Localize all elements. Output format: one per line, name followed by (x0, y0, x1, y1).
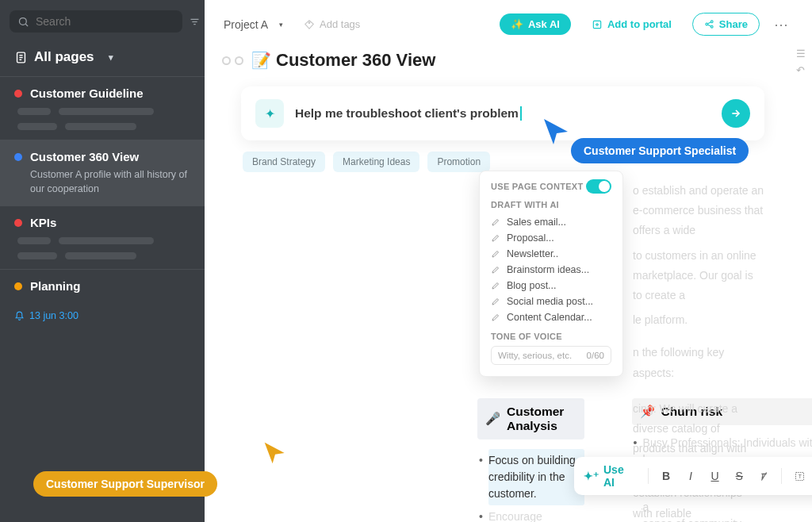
chip[interactable]: Marketing Ideas (333, 152, 419, 172)
caret-down-icon: ▾ (279, 21, 283, 29)
sidebar-item-kpis[interactable]: KPIs (0, 205, 205, 269)
chip[interactable]: Brand Strategy (243, 152, 325, 172)
skeleton-row (17, 252, 190, 259)
page-emoji: 📝 (251, 51, 271, 70)
sparkle-icon: ✨ (511, 18, 523, 30)
page-status-toggles[interactable] (222, 56, 243, 65)
chevron-down-icon: ▾ (109, 52, 113, 63)
tag-icon (304, 19, 315, 30)
sidebar-item-planning[interactable]: Planning (0, 269, 205, 302)
sidebar-item-customer-guideline[interactable]: Customer Guideline (0, 76, 205, 140)
svg-line-17 (707, 25, 710, 26)
add-to-portal-label: Add to portal (607, 18, 672, 30)
use-ai-button[interactable]: ✦⁺ Use AI (584, 463, 635, 489)
inline-toolbar: ✦⁺ Use AI B I U S T (574, 457, 812, 495)
reminder-date[interactable]: 13 jun 3:00 (0, 302, 205, 332)
status-dot (14, 153, 22, 161)
sidebar-item-label: Customer Guideline (30, 86, 144, 100)
bold-button[interactable]: B (657, 466, 676, 486)
svg-line-16 (707, 22, 710, 24)
add-tags-button[interactable]: Add tags (304, 18, 360, 30)
underline-button[interactable]: U (705, 466, 725, 486)
sidebar-item-label: Planning (30, 279, 80, 293)
clear-format-button[interactable] (754, 466, 774, 486)
ask-ai-button[interactable]: ✨ Ask AI (500, 13, 571, 35)
draft-option[interactable]: Content Calendar... (491, 309, 611, 325)
tone-placeholder: Witty, serious, etc. (498, 351, 572, 360)
add-to-portal-button[interactable]: Add to portal (580, 13, 683, 35)
add-tags-label: Add tags (320, 18, 360, 30)
magic-wand-icon: ✦ (255, 99, 284, 128)
status-dot (14, 282, 22, 290)
page-title-text: Customer 360 View (276, 50, 435, 71)
draft-option[interactable]: Blog post... (491, 278, 611, 294)
page-title: 📝 Customer 360 View (251, 50, 435, 71)
cursor-arrow-icon (542, 117, 571, 146)
sparkle-icon: ✦⁺ (584, 470, 599, 482)
textblock-button[interactable]: T (790, 466, 810, 486)
reminder-date-label: 13 jun 3:00 (29, 310, 79, 321)
share-icon (704, 19, 714, 29)
svg-line-1 (25, 24, 28, 26)
side-tools: ☰ ↶ (796, 48, 806, 76)
arrow-right-icon (730, 107, 742, 120)
share-button[interactable]: Share (692, 13, 760, 36)
svg-text:T: T (799, 474, 802, 479)
search-icon (17, 16, 29, 28)
sidebar-item-label: KPIs (30, 216, 56, 229)
draft-option[interactable]: Sales email... (491, 214, 611, 230)
draft-with-header: DRAFT WITH AI (491, 200, 611, 209)
use-context-label: USE PAGE CONTEXT (491, 182, 583, 191)
sidebar-item-customer-360[interactable]: Customer 360 View Customer A profile wit… (0, 140, 205, 205)
pages-icon (14, 51, 28, 64)
svg-point-9 (308, 21, 310, 23)
topbar: Project A ▾ Add tags ✨ Ask AI Add to por… (205, 0, 812, 39)
tone-input[interactable]: Witty, serious, etc. 0/60 (491, 346, 611, 365)
ask-ai-label: Ask AI (528, 18, 560, 30)
draft-option[interactable]: Brainstorm ideas... (491, 262, 611, 278)
use-ai-label: Use AI (603, 463, 635, 489)
draft-option[interactable]: Social media post... (491, 294, 611, 309)
skeleton-row (17, 108, 190, 115)
ai-draft-dropdown: USE PAGE CONTEXT DRAFT WITH AI Sales ema… (479, 171, 623, 377)
all-pages-label: All pages (34, 49, 94, 65)
list-icon[interactable]: ☰ (796, 48, 806, 59)
filter-icon (189, 16, 201, 28)
chip[interactable]: Promotion (427, 152, 490, 172)
status-dot (14, 219, 22, 227)
ai-submit-button[interactable] (722, 99, 750, 128)
use-context-toggle[interactable] (586, 179, 611, 194)
sidebar-top: + Page (0, 0, 205, 40)
share-label: Share (719, 18, 748, 30)
search-box[interactable] (10, 10, 182, 33)
role-badge-specialist: Customer Support Specialist (571, 138, 749, 163)
page-header: 📝 Customer 360 View (205, 39, 812, 79)
role-badge-supervisor: Customer Support Supervisor (33, 471, 217, 497)
skeleton-row (17, 237, 190, 244)
status-dot (14, 90, 22, 98)
undo-icon[interactable]: ↶ (796, 64, 806, 76)
portal-icon (592, 19, 603, 30)
bell-icon (14, 311, 25, 321)
search-input[interactable] (36, 15, 174, 28)
more-menu-button[interactable]: ⋯ (769, 16, 793, 33)
svg-point-0 (20, 17, 27, 25)
tone-counter: 0/60 (587, 351, 604, 360)
skeleton-row (17, 123, 190, 130)
sidebar: + Page All pages ▾ Customer Guideline Cu… (0, 0, 205, 522)
all-pages-header[interactable]: All pages ▾ (0, 40, 205, 76)
filter-button[interactable] (189, 10, 201, 33)
main-panel: Project A ▾ Add tags ✨ Ask AI Add to por… (205, 0, 812, 522)
sidebar-item-subtitle: Customer A profile with all history of o… (30, 168, 190, 196)
strikethrough-button[interactable]: S (730, 466, 749, 486)
cursor-arrow-icon (263, 441, 287, 465)
tone-header: TONE OF VOICE (491, 332, 611, 341)
project-name: Project A (224, 18, 268, 31)
ai-prompt-text[interactable]: Help me troubleshoot client's problem (295, 106, 710, 121)
ai-prompt-box: ✦ Help me troubleshoot client's problem (241, 86, 764, 140)
project-selector[interactable]: Project A ▾ (224, 18, 283, 31)
sidebar-item-label: Customer 360 View (30, 150, 139, 163)
italic-button[interactable]: I (680, 466, 700, 486)
draft-option[interactable]: Proposal... (491, 230, 611, 246)
draft-option[interactable]: Newsletter.. (491, 246, 611, 262)
